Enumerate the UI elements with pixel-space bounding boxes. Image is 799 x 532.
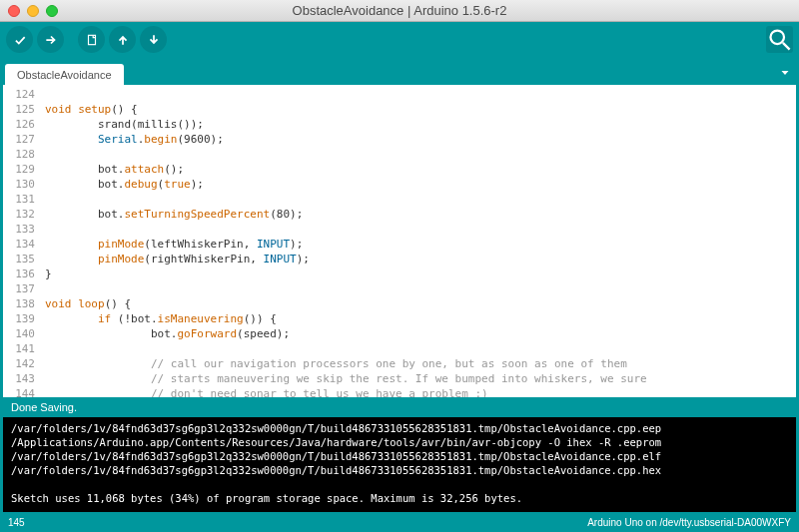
close-window-button[interactable] (8, 5, 20, 17)
code-line[interactable]: pinMode(leftWhiskerPin, INPUT); (45, 237, 792, 252)
build-console[interactable]: /var/folders/1v/84fnd63d37sg6gp3l2q332sw… (0, 417, 799, 512)
code-area[interactable]: void setup() { srand(millis()); Serial.b… (41, 85, 796, 397)
line-number-gutter: 1241251261271281291301311321331341351361… (3, 85, 41, 397)
check-icon (13, 33, 27, 47)
open-sketch-button[interactable] (109, 26, 136, 53)
line-number: 142 (3, 356, 35, 371)
line-number: 143 (3, 371, 35, 386)
code-line[interactable] (45, 87, 792, 102)
code-line[interactable]: bot.attach(); (45, 162, 792, 177)
code-line[interactable]: bot.debug(true); (45, 177, 792, 192)
tab-bar: ObstacleAvoidance (0, 57, 799, 85)
footer-line-number: 145 (8, 517, 25, 528)
svg-point-1 (771, 31, 785, 45)
zoom-window-button[interactable] (46, 5, 58, 17)
line-number: 127 (3, 132, 35, 147)
code-line[interactable] (45, 192, 792, 207)
window-title: ObstacleAvoidance | Arduino 1.5.6-r2 (0, 3, 799, 18)
svg-rect-0 (88, 35, 95, 44)
tab-menu-button[interactable] (777, 65, 793, 81)
code-line[interactable]: Serial.begin(9600); (45, 132, 792, 147)
new-sketch-button[interactable] (78, 26, 105, 53)
svg-line-2 (783, 43, 790, 50)
serial-monitor-button[interactable] (766, 26, 793, 53)
line-number: 144 (3, 386, 35, 397)
line-number: 137 (3, 281, 35, 296)
code-line[interactable]: // starts maneuvering we skip the rest. … (45, 371, 792, 386)
arrow-up-icon (116, 33, 130, 47)
save-sketch-button[interactable] (140, 26, 167, 53)
line-number: 140 (3, 326, 35, 341)
line-number: 136 (3, 266, 35, 281)
code-line[interactable]: bot.goForward(speed); (45, 326, 792, 341)
code-line[interactable] (45, 281, 792, 296)
toolbar (0, 22, 799, 57)
arrow-right-icon (44, 33, 58, 47)
line-number: 139 (3, 311, 35, 326)
minimize-window-button[interactable] (27, 5, 39, 17)
line-number: 128 (3, 147, 35, 162)
code-line[interactable] (45, 341, 792, 356)
line-number: 135 (3, 252, 35, 266)
magnifier-icon (766, 26, 793, 53)
line-number: 134 (3, 237, 35, 252)
code-line[interactable]: srand(millis()); (45, 117, 792, 132)
line-number: 129 (3, 162, 35, 177)
file-icon (85, 33, 99, 47)
verify-button[interactable] (6, 26, 33, 53)
code-line[interactable]: // don't need sonar to tell us we have a… (45, 386, 792, 397)
code-line[interactable]: void setup() { (45, 102, 792, 117)
window-controls (8, 5, 58, 17)
footer-bar: 145 Arduino Uno on /dev/tty.usbserial-DA… (0, 512, 799, 532)
chevron-down-icon (779, 67, 791, 79)
code-line[interactable]: // call our navigation processors one by… (45, 356, 792, 371)
line-number: 138 (3, 296, 35, 311)
arrow-down-icon (147, 33, 161, 47)
upload-button[interactable] (37, 26, 64, 53)
line-number: 141 (3, 341, 35, 356)
window-titlebar: ObstacleAvoidance | Arduino 1.5.6-r2 (0, 0, 799, 22)
tab-obstacleavoidance[interactable]: ObstacleAvoidance (5, 64, 124, 85)
line-number: 125 (3, 102, 35, 117)
line-number: 124 (3, 87, 35, 102)
code-line[interactable]: if (!bot.isManeuvering()) { (45, 311, 792, 326)
code-line[interactable] (45, 147, 792, 162)
code-line[interactable]: bot.setTurningSpeedPercent(80); (45, 207, 792, 222)
code-line[interactable] (45, 222, 792, 237)
line-number: 131 (3, 192, 35, 207)
footer-board-info: Arduino Uno on /dev/tty.usbserial-DA00WX… (587, 517, 791, 528)
line-number: 130 (3, 177, 35, 192)
status-message: Done Saving. (11, 401, 77, 413)
code-editor[interactable]: 1241251261271281291301311321331341351361… (0, 85, 799, 397)
line-number: 133 (3, 222, 35, 237)
line-number: 132 (3, 207, 35, 222)
line-number: 126 (3, 117, 35, 132)
code-line[interactable]: void loop() { (45, 296, 792, 311)
code-line[interactable]: pinMode(rightWhiskerPin, INPUT); (45, 252, 792, 266)
status-bar: Done Saving. (0, 397, 799, 417)
code-line[interactable]: } (45, 266, 792, 281)
